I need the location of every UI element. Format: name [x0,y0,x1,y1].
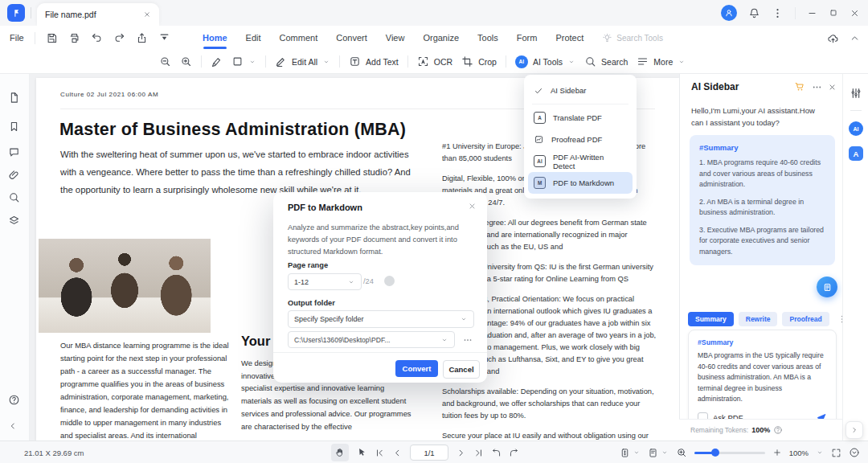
more-button[interactable]: More [637,55,686,68]
menu-tabs: Home Edit Comment Convert View Organize … [203,26,663,50]
cloud-upload-icon[interactable] [827,32,839,44]
cart-icon[interactable] [794,81,805,92]
titlebar-menu-kebab-icon[interactable] [772,7,784,19]
menu-item-ai-written-detect[interactable]: AI PDF AI-Written Detect [524,150,637,172]
document-tab[interactable]: File name.pdf [37,3,159,26]
print-icon[interactable] [68,32,80,44]
read-mode-icon[interactable] [849,447,860,458]
ocr-label: OCR [434,57,452,67]
comments-panel-icon[interactable] [8,146,20,158]
collapse-sidebar-button[interactable] [845,421,863,439]
minimize-icon[interactable] [807,8,817,18]
menu-item-ai-sidebar[interactable]: AI Sidebar [524,80,637,101]
help-icon[interactable] [8,394,20,406]
tokens-help-icon[interactable] [773,425,783,435]
menu-tools[interactable]: Tools [477,33,498,43]
first-page-icon[interactable] [375,448,385,458]
ai-tools-button[interactable]: AI AI Tools [515,55,575,68]
user-avatar[interactable] [721,5,737,21]
bookmarks-panel-icon[interactable] [8,121,20,133]
save-icon[interactable] [46,32,58,44]
fullscreen-icon[interactable] [831,448,841,458]
zoom-chevron-down-icon[interactable] [816,449,824,457]
zoom-out-icon[interactable] [159,55,171,68]
cancel-button[interactable]: Cancel [443,360,480,379]
menu-item-proofread-pdf[interactable]: Proofread PDF [524,129,637,150]
menu-item-pdf-to-markdown[interactable]: M PDF to Markdown [528,172,633,194]
tab-summary[interactable]: Summary [688,312,734,326]
previous-page-icon[interactable] [392,448,403,458]
attachments-panel-icon[interactable] [8,170,20,182]
article-left-column: Our MBA distance learning programme is t… [60,339,234,440]
thumbnails-panel-icon[interactable] [8,92,20,104]
page-indicator-input[interactable]: 1/1 [410,445,448,461]
chevron-down-icon [248,58,256,66]
notifications-bell-icon[interactable] [748,7,760,19]
zoom-slider-knob[interactable] [711,449,719,457]
next-page-icon[interactable] [456,448,466,458]
folder-path-select[interactable]: C:\Users\13609\Desktop\PDF... [288,331,455,348]
search-button[interactable]: Search [584,55,628,68]
toolbar-items: Edit All Add Text OCR Crop AI AI Tools [159,50,686,73]
dialog-close-icon[interactable] [468,202,477,211]
share-export-icon[interactable] [136,32,148,44]
collapse-toolbar-icon[interactable] [850,33,860,43]
crop-button[interactable]: Crop [461,55,497,68]
maximize-icon[interactable] [829,8,838,18]
ocr-button[interactable]: OCR [417,55,452,68]
page-layout-button[interactable] [648,448,669,458]
ai-tools-label: AI Tools [533,57,563,67]
translate-icon[interactable]: A [849,146,863,161]
tab-proofread[interactable]: Proofread [782,312,829,326]
edit-all-button[interactable]: Edit All [275,55,330,68]
ai-assistant-icon[interactable]: AI [849,121,863,136]
shape-tool-button[interactable] [231,55,256,68]
sidebar-close-icon[interactable] [828,83,837,92]
rotate-left-icon[interactable] [491,448,502,458]
menu-convert[interactable]: Convert [336,33,367,43]
app-logo[interactable] [7,4,25,22]
zoom-slider[interactable] [694,452,765,454]
summary-heading: #Summary [699,143,825,152]
browse-folder-dots-icon[interactable] [463,335,473,345]
scroll-mode-button[interactable] [620,448,641,458]
marquee-zoom-icon[interactable] [676,447,687,458]
convert-button[interactable]: Convert [395,360,438,377]
redo-icon[interactable] [113,32,125,44]
rotate-right-icon[interactable] [509,448,519,458]
menu-view[interactable]: View [386,33,405,43]
output-folder-select[interactable]: Specify Specify folder [288,310,474,328]
layers-panel-icon[interactable] [8,215,20,227]
properties-sliders-icon[interactable] [850,87,862,100]
zoom-increase-icon[interactable] [772,448,782,457]
page-range-select[interactable]: 1-12 [288,273,362,290]
collapse-left-icon[interactable] [8,421,18,431]
chat-doc-fab-button[interactable] [817,277,837,297]
zoom-in-icon[interactable] [180,55,192,68]
last-page-icon[interactable] [473,448,484,458]
page-range-toggle-dot[interactable] [384,276,395,286]
highlighter-icon[interactable] [211,55,223,68]
search-panel-icon[interactable] [8,191,20,203]
menu-form[interactable]: Form [517,33,538,43]
tab-close-icon[interactable] [143,10,151,18]
close-window-icon[interactable] [850,8,860,18]
chevron-down-icon [661,449,669,457]
menu-home[interactable]: Home [203,33,227,43]
tab-rewrite[interactable]: Rewrite [739,312,778,326]
menu-organize[interactable]: Organize [423,33,459,43]
menu-comment[interactable]: Comment [280,33,318,43]
titlebar-controls [721,0,860,26]
file-menu[interactable]: File [10,33,24,43]
statusbar: 21.01 X 29.69 cm 1/1 [0,440,868,463]
menu-protect[interactable]: Protect [555,33,583,43]
menu-edit[interactable]: Edit [246,33,261,43]
search-tools[interactable]: Search Tools [602,33,663,43]
undo-icon[interactable] [91,32,103,44]
select-tool-cursor-icon[interactable] [356,447,367,458]
menu-item-translate-pdf[interactable]: A Translate PDF [524,107,637,129]
hand-tool-button[interactable] [331,444,349,461]
sidebar-more-dots-icon[interactable] [812,82,822,92]
customize-quickbar-icon[interactable] [158,32,170,44]
add-text-button[interactable]: Add Text [349,55,399,68]
